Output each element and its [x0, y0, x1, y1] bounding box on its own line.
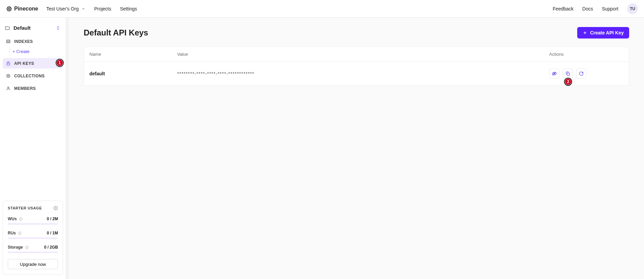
nav-projects[interactable]: Projects [94, 6, 111, 11]
svg-rect-32 [567, 73, 569, 75]
lock-icon [5, 61, 11, 66]
sidebar-item-label: MEMBERS [14, 86, 36, 91]
svg-point-15 [7, 87, 9, 88]
col-actions-header: Actions [549, 52, 623, 57]
nav-support[interactable]: Support [602, 6, 618, 11]
sidebar-item-indexes[interactable]: INDEXES [3, 36, 63, 47]
info-icon[interactable] [18, 231, 22, 235]
copy-key-button[interactable]: 2 [563, 69, 573, 79]
info-icon[interactable] [19, 217, 23, 221]
usage-wus-bar [8, 223, 58, 225]
upgrade-button[interactable]: Upgrade now [8, 259, 58, 269]
api-keys-table: Name Value Actions default ********-****… [84, 47, 629, 86]
create-api-key-button[interactable]: Create API Key [577, 27, 629, 39]
table-header: Name Value Actions [84, 47, 629, 62]
plus-icon [583, 30, 587, 35]
brand-logo[interactable]: Pinecone [6, 6, 38, 12]
collections-icon [5, 73, 11, 78]
col-value-header: Value [177, 52, 549, 57]
project-name: Default [13, 25, 31, 31]
key-name: default [89, 71, 177, 76]
annotation-badge-2: 2 [564, 78, 572, 86]
main-content: Default API Keys Create API Key Name Val… [69, 18, 644, 279]
chevron-down-icon [81, 7, 85, 11]
usage-wus-label: WUs [8, 217, 17, 221]
usage-rus-value: 0 / 1M [47, 231, 58, 235]
folder-icon [5, 25, 10, 31]
usage-card: STARTER USAGE WUs 0 / 2M RUs 0 / 1M [3, 201, 63, 275]
page-title: Default API Keys [84, 28, 148, 37]
svg-point-7 [7, 10, 8, 10]
usage-rus-label: RUs [8, 231, 16, 235]
top-nav: Pinecone Test User's Org Projects Settin… [0, 0, 644, 18]
col-name-header: Name [89, 52, 177, 57]
usage-title: STARTER USAGE [8, 206, 42, 210]
svg-point-5 [7, 7, 8, 7]
key-value-masked: ********-****-****-****-************ [177, 71, 549, 76]
create-api-key-label: Create API Key [590, 30, 624, 35]
project-selector[interactable]: Default [3, 24, 63, 35]
reveal-key-button[interactable] [549, 69, 559, 79]
usage-storage-label: Storage [8, 245, 23, 250]
sidebar-item-collections[interactable]: COLLECTIONS [3, 71, 63, 81]
org-dropdown[interactable]: Test User's Org [46, 6, 85, 11]
svg-point-2 [9, 10, 9, 11]
sidebar-item-label: COLLECTIONS [14, 74, 45, 78]
nav-docs[interactable]: Docs [582, 6, 593, 11]
regenerate-key-button[interactable] [576, 69, 586, 79]
svg-point-14 [7, 75, 9, 77]
sidebar-item-label: API KEYS [14, 61, 34, 66]
sidebar: Default INDEXES + Create API KEYS 1 [0, 18, 66, 279]
svg-point-4 [11, 8, 11, 9]
svg-point-18 [56, 207, 56, 207]
svg-rect-12 [7, 63, 10, 65]
refresh-icon [579, 71, 584, 76]
create-index-link[interactable]: + Create [12, 49, 29, 54]
usage-wus-value: 0 / 2M [47, 217, 58, 221]
usage-storage-value: 0 / 2GB [44, 245, 58, 250]
annotation-badge-1: 1 [56, 59, 64, 67]
avatar[interactable]: TU [627, 3, 638, 14]
info-icon[interactable] [53, 206, 58, 210]
eye-off-icon [552, 71, 557, 76]
sidebar-item-members[interactable]: MEMBERS [3, 83, 63, 94]
copy-icon [565, 71, 570, 76]
info-icon[interactable] [25, 246, 29, 249]
sidebar-scrollbar[interactable] [66, 18, 69, 279]
svg-point-13 [6, 74, 10, 78]
usage-rus-bar [8, 237, 58, 239]
org-name: Test User's Org [46, 6, 79, 11]
svg-rect-9 [6, 40, 10, 43]
sidebar-item-api-keys[interactable]: API KEYS 1 [3, 58, 63, 69]
svg-point-1 [9, 6, 9, 7]
usage-storage-bar [8, 252, 58, 253]
database-icon [5, 39, 11, 44]
nav-settings[interactable]: Settings [120, 6, 137, 11]
svg-point-3 [7, 8, 7, 9]
svg-point-8 [10, 10, 11, 10]
svg-point-6 [10, 7, 11, 7]
selector-icon [56, 26, 60, 30]
sidebar-item-label: INDEXES [14, 39, 33, 44]
table-row: default ********-****-****-****-********… [84, 62, 629, 85]
pinecone-icon [6, 6, 12, 12]
brand-name: Pinecone [14, 6, 38, 12]
nav-feedback[interactable]: Feedback [553, 6, 573, 11]
svg-point-0 [8, 8, 10, 9]
user-icon [5, 86, 11, 91]
